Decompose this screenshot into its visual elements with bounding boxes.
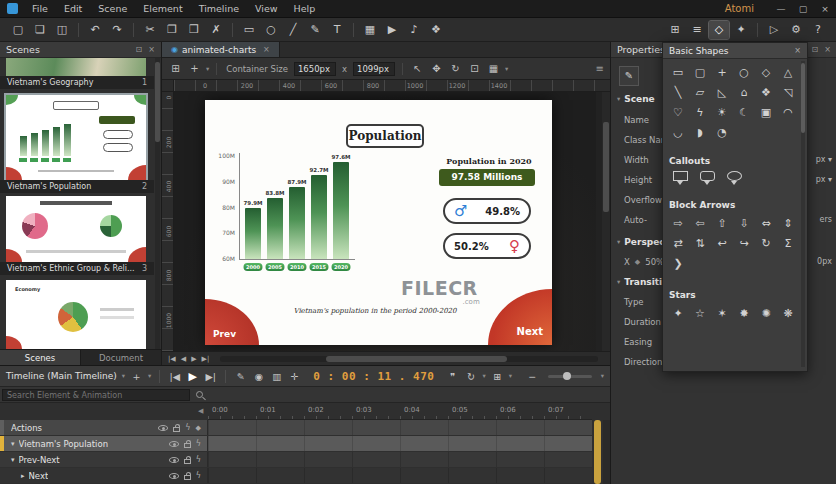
- board-icon[interactable]: ⊞: [168, 63, 183, 74]
- eye-icon[interactable]: [169, 473, 179, 479]
- eye-icon[interactable]: [158, 425, 168, 431]
- marquee-tool-icon[interactable]: ▦: [486, 63, 501, 74]
- block-arrow-icon[interactable]: ↻: [755, 234, 777, 254]
- flash-icon[interactable]: ϟ: [196, 456, 201, 464]
- chevron-down-icon[interactable]: ▾: [148, 372, 151, 380]
- scene-thumbnail-ethnic[interactable]: [6, 196, 146, 262]
- save-icon[interactable]: ◫: [52, 21, 72, 39]
- pointer-tool-icon[interactable]: ↖: [410, 63, 425, 74]
- loop-icon[interactable]: ↻: [464, 371, 477, 382]
- expander-icon[interactable]: ▸: [21, 472, 25, 480]
- slide-caption[interactable]: Vietnam's population in the period 2000-…: [260, 307, 490, 315]
- next-button[interactable]: Next: [488, 289, 552, 345]
- rect-tool-icon[interactable]: ▭: [239, 21, 259, 39]
- chart-bar[interactable]: [245, 208, 261, 259]
- add-keyframe-icon[interactable]: ✛: [288, 371, 301, 382]
- skip-to-start-icon[interactable]: |◀: [168, 371, 181, 382]
- mask-icon[interactable]: ▥: [270, 371, 283, 382]
- canvas-vertical-scrollbar[interactable]: [602, 92, 610, 351]
- shape-icon[interactable]: ☀: [711, 103, 733, 123]
- cut-icon[interactable]: ✂: [140, 21, 160, 39]
- move-tool-icon[interactable]: ✥: [429, 63, 444, 74]
- prev-button[interactable]: Prev: [205, 299, 259, 345]
- document-tab[interactable]: ◉ animated-charts ×: [162, 42, 280, 57]
- container-width-input[interactable]: [294, 62, 336, 76]
- scene-thumbnail-geography[interactable]: [6, 58, 146, 76]
- star-icon[interactable]: ✺: [755, 304, 777, 324]
- zoom-out-icon[interactable]: −: [526, 371, 539, 382]
- settings-icon[interactable]: ⚙: [786, 21, 806, 39]
- callout-rounded-icon[interactable]: [700, 171, 715, 181]
- shape-icon[interactable]: ◗: [689, 123, 711, 143]
- shape-icon[interactable]: ◹: [777, 83, 799, 103]
- skip-to-end-icon[interactable]: ▶|: [204, 371, 217, 382]
- canvas-horizontal-scrollbar[interactable]: [220, 356, 598, 362]
- scene-thumbnail-economy[interactable]: Economy: [6, 280, 146, 349]
- record-icon[interactable]: ◉: [252, 371, 265, 382]
- callout-rect-icon[interactable]: [673, 171, 688, 181]
- chart-bar[interactable]: [267, 198, 283, 259]
- close-icon[interactable]: ×: [794, 46, 801, 55]
- help-icon[interactable]: ?: [808, 21, 828, 39]
- scene-thumbnail-population[interactable]: [6, 95, 146, 180]
- scene-label-row[interactable]: Vietnam's Ethnic Group & Reli... 3: [0, 262, 154, 275]
- new-file-icon[interactable]: ▢: [8, 21, 28, 39]
- eye-icon[interactable]: [169, 441, 179, 447]
- tab-close-icon[interactable]: ×: [263, 45, 270, 54]
- shape-icon[interactable]: ╲: [667, 83, 689, 103]
- expander-icon[interactable]: ▾: [11, 440, 15, 448]
- maximize-button[interactable]: ▢: [792, 0, 814, 18]
- align-icon[interactable]: ≡: [687, 21, 707, 39]
- chart-bar[interactable]: [289, 187, 305, 259]
- chevron-down-icon[interactable]: ▾: [206, 65, 209, 73]
- close-icon[interactable]: ×: [148, 45, 155, 54]
- redo-icon[interactable]: ↷: [107, 21, 127, 39]
- track-grid[interactable]: [208, 420, 592, 435]
- chart-bar[interactable]: [311, 175, 327, 259]
- play-icon[interactable]: ▶: [186, 370, 199, 383]
- tab-document[interactable]: Document: [81, 350, 162, 365]
- block-arrow-icon[interactable]: ⇄: [667, 234, 689, 254]
- delete-icon[interactable]: ✗: [206, 21, 226, 39]
- shape-icon[interactable]: ○: [733, 63, 755, 83]
- timeline-zoom-slider[interactable]: [548, 375, 592, 378]
- last-scene-icon[interactable]: ▶|: [202, 355, 210, 363]
- slider-knob[interactable]: [563, 372, 571, 380]
- pen-icon[interactable]: ✎: [234, 371, 247, 382]
- shape-icon[interactable]: ⌂: [733, 83, 755, 103]
- effects-icon[interactable]: ✦: [731, 21, 751, 39]
- star-icon[interactable]: ☆: [689, 304, 711, 324]
- brand-link[interactable]: Atomi: [725, 3, 770, 14]
- expander-icon[interactable]: ▾: [11, 456, 15, 464]
- rotate-tool-icon[interactable]: ↻: [448, 63, 463, 74]
- shape-icon[interactable]: +: [711, 63, 733, 83]
- slide[interactable]: Population 100M90M80M70M60M 79.9M200083.…: [205, 100, 552, 345]
- flash-icon[interactable]: ϟ: [196, 472, 201, 480]
- preview-icon[interactable]: ▷: [764, 21, 784, 39]
- block-arrow-icon[interactable]: ⇩: [733, 214, 755, 234]
- minimize-button[interactable]: —: [770, 0, 792, 18]
- menu-view[interactable]: View: [247, 0, 286, 17]
- shape-icon[interactable]: ▣: [755, 103, 777, 123]
- population-bar-chart[interactable]: 100M90M80M70M60M 79.9M200083.8M200587.9M…: [211, 148, 371, 280]
- shape-icon[interactable]: ◔: [711, 123, 733, 143]
- block-arrow-icon[interactable]: ⇕: [777, 214, 799, 234]
- male-percentage-box[interactable]: ♂ 49.8%: [443, 198, 531, 224]
- shape-icon[interactable]: ♡: [667, 103, 689, 123]
- star-icon[interactable]: ✦: [667, 304, 689, 324]
- timeline-ruler[interactable]: 0:000:010:020:030:040:050:060:07: [208, 403, 592, 420]
- menu-timeline[interactable]: Timeline: [191, 0, 247, 17]
- lock-icon[interactable]: [184, 475, 191, 480]
- keyframe-icon[interactable]: ◆: [635, 258, 640, 266]
- block-arrow-icon[interactable]: ⇔: [755, 214, 777, 234]
- shape-icon[interactable]: ◇: [755, 63, 777, 83]
- callout-oval-icon[interactable]: [727, 171, 742, 181]
- block-arrow-icon[interactable]: ⇦: [689, 214, 711, 234]
- shape-icon[interactable]: ▱: [689, 83, 711, 103]
- star-icon[interactable]: ❋: [777, 304, 799, 324]
- menu-scene[interactable]: Scene: [90, 0, 135, 17]
- flash-icon[interactable]: ϟ: [185, 424, 190, 432]
- scene-label-row[interactable]: Vietnam's Geography 1: [0, 76, 154, 89]
- track-row[interactable]: Actionsϟ◆: [0, 420, 592, 435]
- crop-tool-icon[interactable]: ⊡: [467, 63, 482, 74]
